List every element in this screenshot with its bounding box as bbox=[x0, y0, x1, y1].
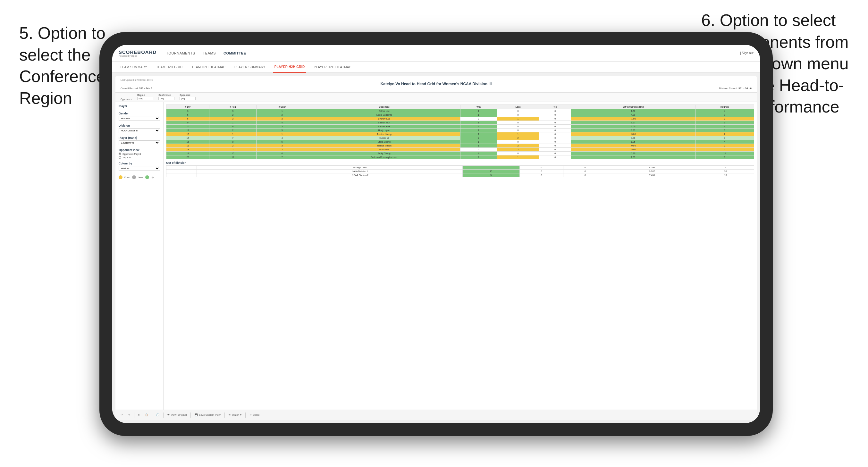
redo-button[interactable]: ↪ bbox=[127, 413, 131, 417]
division-section: Division NCAA Division III bbox=[119, 124, 160, 133]
table-row: 19106Emily Chang4000.3011 bbox=[166, 152, 754, 155]
watch-label: Watch bbox=[232, 413, 239, 416]
save-custom-view-button[interactable]: 💾 Save Custom View bbox=[193, 413, 222, 417]
th-conf: # Conf bbox=[256, 105, 308, 109]
legend-up-dot bbox=[145, 175, 149, 179]
eye-icon: 👁 bbox=[167, 413, 170, 416]
out-of-division-header: Out of division bbox=[166, 159, 754, 165]
clock-button[interactable]: 🕐 bbox=[155, 413, 161, 417]
subnav-team-h2h-grid[interactable]: TEAM H2H GRID bbox=[155, 61, 184, 73]
table-row: 1311Jessica Huang110-3.002 bbox=[166, 132, 754, 136]
nav-items: TOURNAMENTS TEAMS COMMITTEE bbox=[166, 50, 740, 56]
radio-circle-top100 bbox=[119, 156, 121, 159]
player-rank-label: Player (Rank) bbox=[119, 136, 160, 139]
toolbar-sep-1 bbox=[134, 412, 134, 418]
legend-down-dot bbox=[119, 175, 123, 179]
colour-legend: Down Level Up bbox=[119, 175, 160, 179]
opponent-view-label: Opponent view bbox=[119, 148, 160, 152]
sign-out[interactable]: | Sign out bbox=[740, 51, 753, 55]
th-opponent: Opponent bbox=[308, 105, 461, 109]
nav-committee[interactable]: COMMITTEE bbox=[223, 50, 246, 56]
table-row: 1585Stella Cheng1001.254 bbox=[166, 140, 754, 144]
player-rank-select[interactable]: 8. Katelyn Vo bbox=[119, 141, 160, 145]
th-reg: # Reg bbox=[209, 105, 256, 109]
overall-record: Overall Record: 353 - 34 - 6 bbox=[121, 87, 152, 90]
table-header-row: # Div # Reg # Conf Opponent Win Loss Tie… bbox=[166, 105, 754, 109]
subnav-team-h2h-heatmap[interactable]: TEAM H2H HEATMAP bbox=[190, 61, 227, 73]
conference-filter-group: Conference (All) bbox=[158, 94, 175, 100]
opponents-played-label: Opponents Played bbox=[123, 153, 141, 155]
table-row: 1125Heejo Hyun1003.333 bbox=[166, 128, 754, 132]
colour-by-label: Colour by bbox=[119, 162, 160, 165]
th-loss: Loss bbox=[497, 105, 539, 109]
main-content: Last Updated: 27/03/2024 10:46 Katelyn V… bbox=[112, 73, 760, 423]
subnav-player-summary[interactable]: PLAYER SUMMARY bbox=[233, 61, 267, 73]
gender-label: Gender bbox=[119, 112, 160, 115]
logo-text: SCOREBOARD bbox=[119, 49, 156, 55]
view-original-label: View: Original bbox=[171, 413, 187, 416]
subnav-team-summary[interactable]: TEAM SUMMARY bbox=[119, 61, 149, 73]
legend-down-label: Down bbox=[124, 176, 130, 179]
th-diff: Diff Av Strokes/Rnd bbox=[571, 105, 695, 109]
watch-button[interactable]: 👁 Watch ▾ bbox=[227, 413, 243, 417]
th-rounds: Rounds bbox=[695, 105, 754, 109]
nav-teams[interactable]: TEAMS bbox=[203, 50, 216, 56]
table-row: NAIA Division 115009.26730 bbox=[166, 169, 754, 174]
copy-button[interactable]: ⎘ bbox=[137, 413, 141, 417]
radio-top100[interactable]: Top 100 bbox=[119, 156, 160, 159]
table-row: NCAA Division 25007.40010 bbox=[166, 174, 754, 177]
share-button[interactable]: ↗ Share bbox=[248, 413, 261, 417]
logo-sub: Powered by clippd bbox=[119, 55, 156, 57]
region-filter-group: Region (All) bbox=[137, 94, 153, 100]
left-sidebar: Player Gender Women's Division bbox=[116, 102, 163, 410]
player-rank-section: Player (Rank) 8. Katelyn Vo bbox=[119, 136, 160, 145]
nav-tournaments[interactable]: TOURNAMENTS bbox=[166, 50, 195, 56]
opponent-select[interactable]: (All) bbox=[180, 97, 195, 100]
paste-button[interactable]: 📋 bbox=[144, 413, 149, 417]
report-header: Last Updated: 27/03/2024 10:46 Katelyn V… bbox=[116, 76, 757, 93]
watch-chevron: ▾ bbox=[240, 413, 242, 416]
subnav-player-h2h-grid[interactable]: PLAYER H2H GRID bbox=[273, 61, 306, 73]
opponent-filter-label: Opponent bbox=[180, 94, 195, 96]
table-row: 1822Euna Lee020-5.002 bbox=[166, 148, 754, 152]
table-row: 522Alexis Sudjianto1004.003 bbox=[166, 113, 754, 117]
table-row: 1623Jessica Mason120-0.947 bbox=[166, 144, 754, 148]
colour-by-select[interactable]: Win/loss bbox=[119, 166, 160, 171]
save-icon: 💾 bbox=[195, 413, 198, 416]
conference-label: Conference bbox=[158, 94, 175, 96]
share-icon: ↗ bbox=[249, 413, 252, 416]
undo-button[interactable]: ↩ bbox=[119, 413, 124, 417]
region-select[interactable]: (All) bbox=[137, 97, 153, 100]
conference-select[interactable]: (All) bbox=[158, 97, 175, 100]
top-nav: SCOREBOARD Powered by clippd TOURNAMENTS… bbox=[112, 45, 760, 62]
save-custom-view-label: Save Custom View bbox=[199, 413, 220, 416]
sub-nav: TEAM SUMMARY TEAM H2H GRID TEAM H2H HEAT… bbox=[112, 62, 760, 73]
opponent-view-radio-group: Opponents Played Top 100 bbox=[119, 153, 160, 159]
division-record: Division Record: 331 - 34 - 6 bbox=[719, 87, 752, 90]
player-section: Player bbox=[119, 104, 160, 108]
radio-circle-opponents bbox=[119, 153, 121, 155]
body-layout: Player Gender Women's Division bbox=[116, 102, 757, 410]
toolbar-sep-2 bbox=[152, 412, 152, 418]
bottom-toolbar: ↩ ↪ ⎘ 📋 🕐 👁 View: Original bbox=[116, 410, 757, 420]
colour-by-section: Colour by Win/loss bbox=[119, 162, 160, 171]
legend-level-dot bbox=[132, 175, 136, 179]
gender-select[interactable]: Women's bbox=[119, 116, 160, 121]
subnav-player-h2h-heatmap[interactable]: PLAYER H2H HEATMAP bbox=[312, 61, 352, 73]
region-label: Region bbox=[137, 94, 153, 96]
report-title: Katelyn Vo Head-to-Head Grid for Women's… bbox=[121, 82, 752, 86]
gender-section: Gender Women's bbox=[119, 112, 160, 121]
top100-label: Top 100 bbox=[123, 156, 130, 159]
table-row: 331Esther Lee1001.504 bbox=[166, 109, 754, 113]
table-row: 633Sydney Kuo010-1.003 bbox=[166, 117, 754, 121]
view-original-button[interactable]: 👁 View: Original bbox=[166, 413, 188, 417]
last-updated: Last Updated: 27/03/2024 10:46 bbox=[121, 79, 752, 81]
filter-section: Opponents: Region (All) Conference (All) bbox=[116, 93, 757, 102]
radio-opponents-played[interactable]: Opponents Played bbox=[119, 153, 160, 155]
legend-level-label: Level bbox=[138, 176, 143, 179]
toolbar-sep-5 bbox=[224, 412, 225, 418]
division-select[interactable]: NCAA Division III bbox=[119, 128, 160, 133]
logo-area: SCOREBOARD Powered by clippd bbox=[119, 49, 156, 57]
opponent-view-section: Opponent view Opponents Played Top 100 bbox=[119, 148, 160, 159]
records-row: Overall Record: 353 - 34 - 6 Division Re… bbox=[121, 87, 752, 90]
